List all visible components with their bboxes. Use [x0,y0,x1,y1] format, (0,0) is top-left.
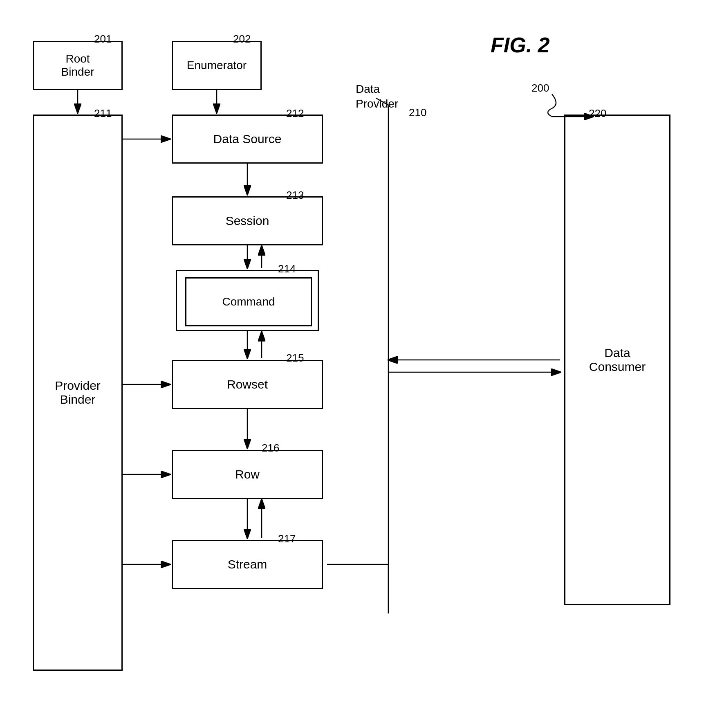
rowset-box: Rowset [172,360,323,409]
session-label: Session [226,214,269,228]
stream-label: Stream [228,557,267,571]
ref-217: 217 [278,533,296,545]
ref-220: 220 [589,107,606,120]
ref-200: 200 [531,82,549,94]
command-outer-box: Command [176,270,319,331]
fig-title: FIG. 2 [491,33,549,57]
data-source-label: Data Source [213,132,282,146]
session-box: Session [172,196,323,245]
ref-213: 213 [286,189,304,202]
ref-215: 215 [286,352,304,364]
data-consumer-label: DataConsumer [589,346,646,374]
ref-210: 210 [409,106,426,119]
row-box: Row [172,450,323,499]
stream-box: Stream [172,540,323,589]
ref-212: 212 [286,107,304,120]
data-source-box: Data Source [172,115,323,164]
diagram: FIG. 2 RootBinder 201 Enumerator 202 Pro… [0,0,713,728]
rowset-label: Rowset [227,377,268,391]
command-inner-box: Command [185,277,312,326]
ref-211: 211 [94,107,112,120]
data-consumer-box: DataConsumer [564,115,670,605]
root-binder-label: RootBinder [61,52,94,79]
row-label: Row [235,467,260,481]
root-binder-box: RootBinder [33,41,123,90]
ref-202: 202 [233,33,251,45]
provider-binder-box: ProviderBinder [33,115,123,671]
ref-201: 201 [94,33,112,45]
enumerator-label: Enumerator [187,59,247,72]
data-provider-label: DataProvider [356,82,398,112]
enumerator-box: Enumerator [172,41,262,90]
ref-216: 216 [262,442,279,454]
provider-binder-label: ProviderBinder [55,379,101,407]
ref-214: 214 [278,263,296,275]
command-label: Command [222,295,275,308]
